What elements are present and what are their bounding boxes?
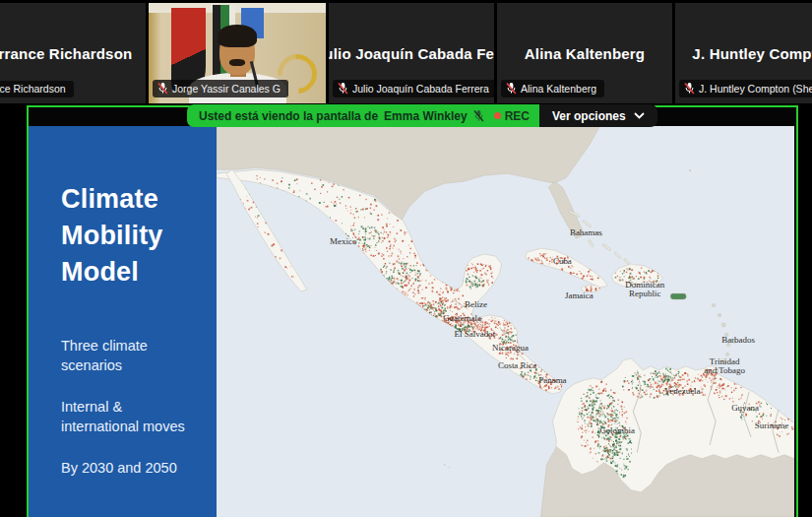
map-country-label: El Salvador xyxy=(455,329,496,339)
participant-badge: errance Richardson xyxy=(0,81,74,97)
muted-mic-icon xyxy=(338,82,348,95)
participant-badge: Alina Kaltenberg xyxy=(501,80,604,97)
rec-label: REC xyxy=(505,109,530,123)
map-country-label: Barbados xyxy=(721,335,755,345)
participant-badge-label: J. Huntley Compton (She, H xyxy=(699,83,812,95)
muted-mic-icon xyxy=(473,109,484,122)
participant-tile-jorge[interactable]: Jorge Yassir Canales G xyxy=(149,3,326,103)
participant-tile-julio[interactable]: Julio Joaquín Cabada Fe... Julio Joaquín… xyxy=(329,3,494,103)
muted-mic-icon xyxy=(157,82,168,95)
screen-share-banner: Usted está viendo la pantalla de Emma Wi… xyxy=(187,104,657,127)
participant-tile-terrance[interactable]: Terrance Richardson errance Richardson xyxy=(0,3,146,103)
rec-dot-icon xyxy=(494,112,501,119)
slide-bullet: By 2030 and 2050 xyxy=(61,458,199,478)
map-country-label: Costa Rica xyxy=(498,360,536,370)
shared-screen: Climate Mobility Model Three climate sce… xyxy=(27,105,798,517)
chevron-down-icon xyxy=(634,112,645,119)
participant-tile-huntley[interactable]: J. Huntley Compton J. Huntley Compton (S… xyxy=(675,3,812,103)
map-country-label: Venezuela xyxy=(664,386,701,396)
participant-badge-label: errance Richardson xyxy=(0,83,66,95)
slide-bullet: Three climate scenarios xyxy=(61,336,199,375)
slide-title: Climate Mobility Model xyxy=(61,181,199,291)
map-country-label: Colombia xyxy=(600,425,635,435)
map-country-label: Trinidadand Tobago xyxy=(704,356,745,375)
muted-mic-icon xyxy=(684,82,695,95)
participant-badge: Julio Joaquín Cabada Ferrera xyxy=(333,80,494,97)
climate-mobility-map: MexicoBahamasCubaJamaicaDominicanRepubli… xyxy=(217,126,794,517)
participant-badge-label: Alina Kaltenberg xyxy=(521,83,596,95)
meeting-window: { "meeting": { "tiles": [ {"display_name… xyxy=(0,0,812,517)
share-banner-text: Usted está viendo la pantalla de xyxy=(199,109,378,123)
muted-mic-icon xyxy=(506,82,517,95)
participant-tile-alina[interactable]: Alina Kaltenberg Alina Kaltenberg xyxy=(497,3,672,103)
view-options-label: Ver opciones xyxy=(552,109,626,123)
map-country-label: Panama xyxy=(538,375,566,385)
map-country-label: Guyana xyxy=(731,403,759,413)
participant-badge: J. Huntley Compton (She, H xyxy=(679,80,812,97)
screen-share-message: Usted está viendo la pantalla de Emma Wi… xyxy=(187,104,539,127)
map-country-label: Mexico xyxy=(330,236,357,246)
slide-text-panel: Climate Mobility Model Three climate sce… xyxy=(29,126,217,517)
map-country-label: Bahamas xyxy=(570,227,602,237)
map-country-label: Jamaica xyxy=(565,291,593,300)
map-country-label: Guatemala xyxy=(443,313,481,323)
view-options-button[interactable]: Ver opciones xyxy=(539,104,657,127)
slide-bullet: Internal & international moves xyxy=(61,397,199,436)
participant-badge-label: Julio Joaquín Cabada Ferrera xyxy=(352,83,489,95)
map-country-label: DominicanRepublic xyxy=(625,280,664,298)
map-svg: MexicoBahamasCubaJamaicaDominicanRepubli… xyxy=(217,126,794,517)
presenter-name: Emma Winkley xyxy=(384,109,468,123)
map-country-label: Belize xyxy=(465,299,487,309)
map-country-label: Cuba xyxy=(553,256,572,266)
map-country-label: Suriname xyxy=(755,420,788,430)
participant-badge: Jorge Yassir Canales G xyxy=(153,80,288,97)
map-country-label: Nicaragua xyxy=(492,343,529,353)
participant-badge-label: Jorge Yassir Canales G xyxy=(172,83,281,95)
presentation-slide: Climate Mobility Model Three climate sce… xyxy=(29,126,794,517)
recording-indicator: REC xyxy=(494,109,530,123)
